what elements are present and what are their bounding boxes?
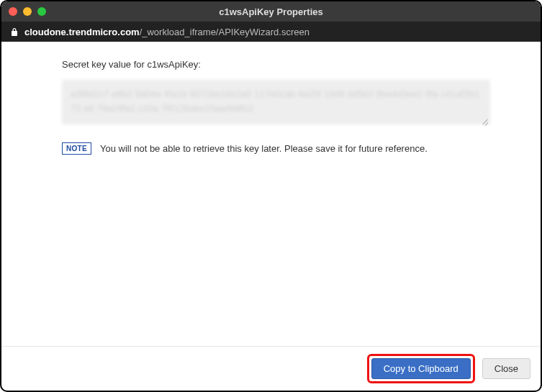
address-bar: cloudone.trendmicro.com/_workload_iframe… [1,22,541,42]
close-window-icon[interactable] [9,7,17,16]
content-area: Secret key value for c1wsApiKey: NOTE Yo… [1,42,541,346]
zoom-window-icon[interactable] [37,7,46,16]
note-text: You will not be able to retrieve this ke… [100,143,428,154]
address-domain: cloudone.trendmicro.com [24,27,140,37]
copy-to-clipboard-button[interactable]: Copy to Clipboard [371,358,471,379]
secret-key-field-wrap [62,80,490,127]
window: c1wsApiKey Properties cloudone.trendmicr… [0,0,542,392]
titlebar: c1wsApiKey Properties [1,1,541,22]
note-badge: NOTE [62,142,91,155]
note-row: NOTE You will not be able to retrieve th… [62,142,512,155]
minimize-window-icon[interactable] [23,7,32,16]
secret-key-field[interactable] [62,80,490,124]
secret-key-label: Secret key value for c1wsApiKey: [62,59,512,70]
address-path: /_workload_iframe/APIKeyWizard.screen [140,27,310,37]
lock-icon [10,27,19,37]
close-button[interactable]: Close [482,358,530,379]
window-title: c1wsApiKey Properties [1,6,541,17]
highlight-ring: Copy to Clipboard [367,354,475,383]
footer: Copy to Clipboard Close [1,346,541,391]
window-controls [9,7,46,16]
